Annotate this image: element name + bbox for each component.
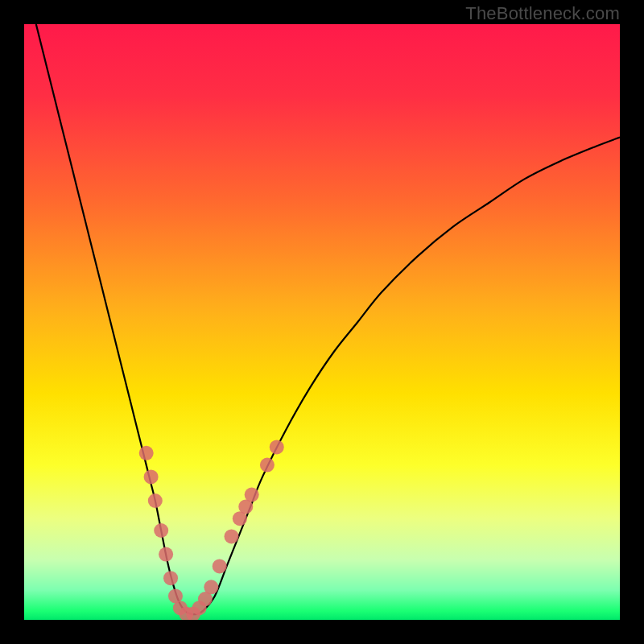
highlight-point	[204, 580, 218, 594]
highlight-point	[270, 440, 284, 454]
bottleneck-curve	[36, 24, 620, 614]
watermark-text: TheBottleneck.com	[465, 3, 620, 24]
outer-frame: TheBottleneck.com	[0, 0, 644, 644]
highlight-point	[139, 446, 154, 460]
plot-area	[24, 24, 620, 620]
highlight-point	[148, 493, 163, 508]
highlight-point	[159, 547, 173, 562]
highlight-point	[144, 469, 159, 484]
highlight-point	[225, 529, 239, 543]
highlight-point	[213, 559, 227, 573]
highlight-point	[245, 488, 259, 502]
highlight-point	[154, 523, 168, 538]
highlight-point	[260, 458, 275, 473]
highlight-markers	[139, 440, 284, 620]
chart-svg	[24, 24, 620, 620]
highlight-point	[163, 571, 178, 585]
